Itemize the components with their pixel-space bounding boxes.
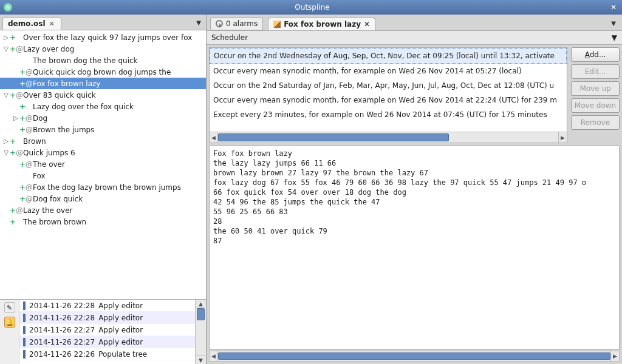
close-tab-icon[interactable]: ✕ (48, 20, 56, 28)
chevron-down-icon[interactable]: ▼ (612, 33, 617, 42)
tree-row[interactable]: +Lazy dog over the fox quick (0, 101, 206, 112)
history-row[interactable]: 2014-11-26 22:28Apply editor (19, 300, 195, 312)
close-tab-icon[interactable]: ✕ (364, 20, 370, 29)
plus-icon: + (19, 103, 26, 111)
edit-button[interactable]: Edit... (571, 64, 620, 79)
plus-icon: + (19, 183, 26, 192)
edit-icon[interactable]: ✎ (4, 302, 15, 313)
plus-icon: + (10, 149, 16, 157)
tree-row[interactable]: ▷+Over fox the lazy quick 97 lazy jumps … (0, 32, 206, 43)
rule-row[interactable]: Occur on the 2nd Wednesday of Aug, Sep, … (210, 48, 567, 64)
tree-item-label: Over 83 quick quick (23, 91, 96, 99)
tree-row[interactable]: ▷+@Dog (0, 112, 206, 124)
disclosure-icon[interactable]: ▽ (2, 46, 10, 52)
tree-row[interactable]: ▽+@Quick jumps 6 (0, 147, 206, 158)
tree-item-label: Quick quick dog brown dog jumps the (33, 68, 171, 76)
history-list[interactable]: 2014-11-26 22:28Apply editor2014-11-26 2… (19, 300, 195, 364)
history-bar-icon (23, 314, 26, 322)
titlebar: Outspline ✕ (0, 0, 622, 15)
tree-row[interactable]: +@Brown the jumps (0, 124, 206, 135)
editor-textarea[interactable]: Fox fox brown lazy the lazy lazy jumps 6… (209, 146, 620, 349)
left-tabbar: demo.osl ✕ ▼ (0, 15, 206, 30)
tree-item-label: Lazy over dog (23, 45, 74, 53)
close-icon[interactable]: ✕ (609, 2, 618, 12)
chevron-down-icon[interactable]: ▼ (611, 20, 618, 27)
history-panel: ✎ 🔔 2014-11-26 22:28Apply editor2014-11-… (0, 300, 206, 364)
remove-button[interactable]: Remove (571, 115, 620, 130)
move-up-button[interactable]: Move up (571, 81, 620, 96)
history-action: Apply editor (98, 302, 143, 310)
disclosure-icon[interactable]: ▷ (2, 138, 10, 144)
scroll-up-icon[interactable]: ▲ (196, 300, 206, 308)
scroll-thumb[interactable] (218, 352, 610, 360)
scheduler-header[interactable]: Scheduler ▼ (207, 30, 622, 45)
at-icon: @ (16, 206, 23, 215)
at-icon: @ (26, 195, 33, 203)
scroll-left-icon[interactable]: ◀ (210, 132, 218, 143)
tree-row[interactable]: ▽+@Over 83 quick quick (0, 89, 206, 101)
history-row[interactable]: 2014-11-26 22:28Apply editor (19, 312, 195, 324)
tree-item-label: Lazy dog over the fox quick (33, 103, 134, 111)
tab-label: Fox fox brown lazy (284, 20, 361, 29)
tree-item-label: Brown (23, 137, 46, 146)
tree-row[interactable]: +The brown brown (0, 216, 206, 228)
scroll-right-icon[interactable]: ▶ (558, 132, 567, 143)
tree-row[interactable]: Fox (0, 170, 206, 181)
tree-row[interactable]: ▽+@Lazy over dog (0, 43, 206, 55)
tree-row[interactable]: +@Quick quick dog brown dog jumps the (0, 66, 206, 78)
scroll-right-icon[interactable]: ▶ (610, 351, 619, 361)
plus-icon: + (19, 68, 26, 76)
plus-icon: + (10, 137, 16, 146)
tree-row[interactable]: The brown dog the the quick (0, 55, 206, 66)
history-time: 2014-11-26 22:27 (29, 326, 95, 334)
history-action: Apply editor (98, 338, 143, 346)
scroll-thumb[interactable] (197, 308, 205, 320)
tree-row[interactable]: +@Fox fox brown lazy (0, 78, 206, 89)
rules-list[interactable]: Occur on the 2nd Wednesday of Aug, Sep, … (210, 48, 567, 132)
plus-icon: + (19, 195, 26, 203)
tree-row[interactable]: +@The over (0, 158, 206, 170)
history-scrollbar[interactable]: ▲ ▼ (195, 300, 206, 364)
scheduler-title: Scheduler (211, 33, 248, 42)
rule-row[interactable]: Occur on the 2nd Saturday of Jan, Feb, M… (210, 78, 567, 93)
tree-row[interactable]: +@Dog fox quick (0, 193, 206, 204)
history-bar-icon (23, 326, 26, 334)
scroll-down-icon[interactable]: ▼ (196, 356, 206, 364)
chevron-down-icon[interactable]: ▼ (196, 19, 203, 26)
add-button[interactable]: Add... (571, 47, 620, 62)
disclosure-icon[interactable]: ▷ (2, 34, 10, 41)
outline-tree[interactable]: ▷+Over fox the lazy quick 97 lazy jumps … (0, 30, 206, 300)
tree-item-label: Quick jumps 6 (23, 149, 75, 157)
alarms-indicator[interactable]: 0 alarms (210, 17, 263, 30)
history-action: Apply editor (98, 326, 143, 334)
history-time: 2014-11-26 22:28 (29, 314, 95, 322)
history-row[interactable]: 2014-11-26 22:26Populate tree (19, 348, 195, 360)
rule-row[interactable]: Occur every mean synodic month, for exam… (210, 93, 567, 107)
tree-item-label: Lazy the over (23, 206, 73, 215)
history-time: 2014-11-26 22:27 (29, 338, 95, 346)
scroll-left-icon[interactable]: ◀ (210, 351, 218, 361)
editor-h-scrollbar[interactable]: ◀ ▶ (209, 351, 620, 362)
tree-row[interactable]: ▷+Brown (0, 135, 206, 147)
history-row[interactable]: 2014-11-26 22:27Apply editor (19, 336, 195, 348)
rule-row[interactable]: Except every 23 minutes, for example on … (210, 107, 567, 122)
scroll-thumb[interactable] (218, 133, 449, 141)
tree-item-label: The brown brown (23, 218, 86, 226)
tab-demo-osl[interactable]: demo.osl ✕ (2, 17, 61, 30)
tab-editor[interactable]: Fox fox brown lazy ✕ (268, 18, 375, 30)
tree-row[interactable]: +@Fox the dog lazy brown the brown jumps (0, 181, 206, 193)
plus-icon: + (19, 160, 26, 169)
rule-row[interactable]: Occur every mean synodic month, for exam… (210, 64, 567, 78)
tree-item-label: The over (33, 160, 65, 169)
history-row[interactable]: 2014-11-26 22:27Apply editor (19, 324, 195, 336)
disclosure-icon[interactable]: ▽ (2, 92, 10, 98)
plus-icon: + (10, 33, 16, 42)
rules-h-scrollbar[interactable]: ◀ ▶ (210, 132, 567, 143)
tree-row[interactable]: +@Lazy the over (0, 204, 206, 216)
history-bar-icon (23, 302, 26, 310)
bell-icon[interactable]: 🔔 (4, 317, 15, 328)
tree-item-label: Dog fox quick (33, 195, 83, 203)
disclosure-icon[interactable]: ▷ (12, 115, 19, 121)
move-down-button[interactable]: Move down (571, 98, 620, 113)
disclosure-icon[interactable]: ▽ (2, 149, 10, 156)
